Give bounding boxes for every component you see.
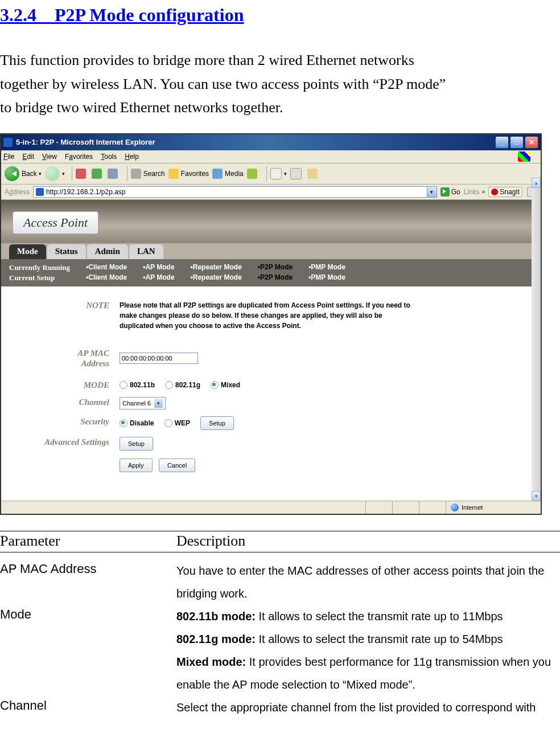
mode-cell[interactable]: •AP Mode: [135, 263, 182, 273]
mode-cell-active[interactable]: •P2P Mode: [250, 263, 300, 273]
ap-mac-input[interactable]: [120, 353, 198, 364]
mode-cell[interactable]: •Repeater Mode: [183, 273, 250, 283]
chevron-right-icon[interactable]: »: [482, 189, 485, 195]
favorites-button[interactable]: Favorites: [168, 169, 209, 179]
table-header-parameter: Parameter: [0, 533, 176, 552]
maximize-button[interactable]: □: [510, 136, 524, 149]
menu-edit[interactable]: Edit: [22, 153, 34, 161]
channel-select[interactable]: Channel 6▾: [120, 397, 166, 410]
status-cell: [392, 501, 419, 514]
url-input[interactable]: http://192.168.2.1/p2p.asp: [33, 186, 427, 198]
desc-ap-mac: You have to enter the MAC addresses of o…: [176, 559, 560, 605]
close-button[interactable]: ✕: [525, 136, 538, 149]
windows-flag-icon: [518, 152, 530, 162]
refresh-icon: [92, 169, 102, 179]
ie-icon: [3, 138, 13, 147]
menu-bar: File Edit View Favorites Tools Help: [1, 150, 541, 163]
tab-mode[interactable]: Mode: [9, 244, 46, 259]
window-title: 5-in-1: P2P - Microsoft Internet Explore…: [16, 138, 494, 146]
menu-tools[interactable]: Tools: [101, 153, 117, 161]
intro-line: This function provides to bridge more th…: [0, 52, 414, 68]
ap-mac-label: AP MACAddress: [1, 348, 120, 368]
advanced-setup-button[interactable]: Setup: [120, 437, 153, 451]
mode-cell-active[interactable]: •P2P Mode: [250, 273, 300, 283]
current-setup-label: Current Setup: [1, 273, 78, 283]
status-zone: Internet: [446, 501, 541, 514]
menu-view[interactable]: View: [42, 153, 57, 161]
menu-favorites[interactable]: Favorites: [65, 153, 93, 161]
tab-status[interactable]: Status: [47, 244, 86, 259]
radio-disable[interactable]: [120, 419, 127, 427]
media-button[interactable]: Media: [212, 169, 244, 179]
url-text: http://192.168.2.1/p2p.asp: [46, 188, 125, 196]
radio-80211b[interactable]: [120, 381, 127, 389]
mode-cell[interactable]: •AP Mode: [135, 273, 182, 283]
security-label: Security: [1, 416, 120, 430]
menu-file[interactable]: File: [3, 153, 14, 161]
scroll-up-icon[interactable]: ▴: [532, 178, 541, 188]
mode-cell[interactable]: •Repeater Mode: [183, 263, 250, 273]
tab-admin[interactable]: Admin: [87, 244, 128, 259]
home-icon: [108, 169, 118, 179]
mode-cell[interactable]: •PMP Mode: [300, 273, 353, 283]
param-mode: Mode: [0, 605, 176, 622]
scrollbar[interactable]: ▴ ▾: [532, 178, 541, 501]
param-ap-mac: AP MAC Address: [0, 559, 176, 576]
forward-button[interactable]: ▾: [45, 166, 65, 181]
print-button[interactable]: [290, 168, 304, 179]
note-text: Please note that all P2P settings are du…: [120, 300, 415, 331]
minimize-button[interactable]: _: [495, 136, 509, 149]
intro-line: to bridge two wired Ethernet networks to…: [0, 99, 283, 116]
refresh-button[interactable]: [92, 169, 104, 179]
desc-mode-b3: Mixed mode:: [176, 656, 246, 668]
screenshot-ie-window: 5-in-1: P2P - Microsoft Internet Explore…: [0, 133, 542, 515]
divider: [0, 531, 560, 531]
go-arrow-icon: [440, 187, 450, 196]
security-setup-button[interactable]: Setup: [200, 416, 234, 430]
channel-value: Channel 6: [122, 400, 151, 407]
back-label: Back: [22, 170, 37, 178]
home-button[interactable]: [108, 169, 120, 179]
history-button[interactable]: [247, 169, 260, 179]
tab-lan[interactable]: LAN: [129, 244, 163, 259]
radio-80211g[interactable]: [165, 381, 173, 389]
mode-cell[interactable]: •Client Mode: [78, 263, 135, 273]
snagit-label: SnagIt: [500, 188, 520, 196]
cancel-button[interactable]: Cancel: [159, 458, 195, 472]
chevron-down-icon: ▾: [154, 399, 163, 408]
url-dropdown-icon[interactable]: ▾: [427, 186, 437, 198]
forward-arrow-icon: [45, 166, 60, 181]
snagit-icon: [491, 189, 498, 195]
mode-cell[interactable]: •Client Mode: [78, 273, 135, 283]
snagit-button[interactable]: SnagIt: [488, 187, 522, 197]
go-button[interactable]: Go: [440, 187, 460, 196]
back-button[interactable]: Back ▾: [5, 166, 42, 181]
search-button[interactable]: Search: [131, 169, 165, 179]
mode-cell[interactable]: •PMP Mode: [300, 263, 353, 273]
section-heading: 3.2.4 P2P Mode configuration: [0, 5, 560, 26]
page-icon: [36, 188, 44, 196]
banner-title: Access Point: [13, 211, 98, 234]
intro-text: This function provides to bridge more th…: [0, 48, 560, 120]
radio-label-wep: WEP: [175, 419, 190, 427]
separator: [127, 166, 127, 181]
scroll-down-icon[interactable]: ▾: [532, 491, 541, 501]
status-bar: Internet: [1, 501, 541, 514]
stop-button[interactable]: [76, 169, 88, 179]
favorites-label: Favorites: [181, 170, 209, 178]
divider: [0, 552, 560, 552]
apply-button[interactable]: Apply: [120, 458, 153, 472]
radio-mixed[interactable]: [211, 381, 219, 389]
status-cell: [365, 501, 392, 514]
radio-wep[interactable]: [164, 419, 172, 427]
menu-help[interactable]: Help: [125, 153, 139, 161]
star-icon: [168, 169, 179, 179]
edit-button[interactable]: [307, 169, 320, 179]
table-header-description: Description: [176, 533, 560, 552]
mail-button[interactable]: ▾: [270, 168, 287, 179]
radio-label-80211g: 802.11g: [175, 381, 200, 389]
window-titlebar: 5-in-1: P2P - Microsoft Internet Explore…: [1, 134, 541, 150]
intro-line: together by wireless LAN. You can use tw…: [0, 76, 446, 92]
currently-running-label: Currently Running: [1, 263, 78, 273]
param-channel: Channel: [0, 696, 176, 713]
